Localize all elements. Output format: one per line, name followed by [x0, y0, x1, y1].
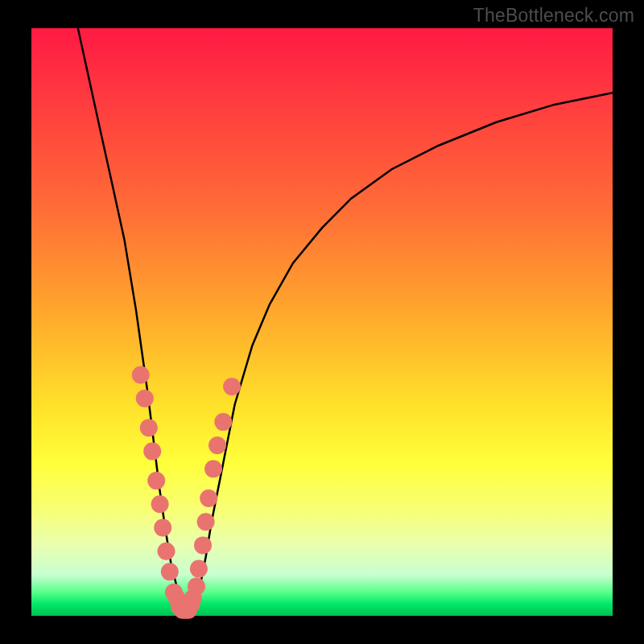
- curve-layer: [31, 28, 613, 616]
- series-left-branch: [78, 28, 188, 616]
- marker-dot: [214, 413, 232, 431]
- marker-dot: [183, 595, 200, 613]
- marker-dot: [161, 563, 179, 580]
- marker-dots: [132, 366, 241, 619]
- marker-dot: [136, 390, 154, 407]
- marker-dot: [200, 489, 217, 507]
- marker-dot: [197, 513, 215, 530]
- series-right-branch: [188, 93, 613, 616]
- watermark-text: TheBottleneck.com: [473, 5, 634, 27]
- plot-area: [31, 28, 613, 616]
- marker-dot: [147, 472, 165, 489]
- marker-dot: [190, 560, 208, 578]
- chart-frame: TheBottleneck.com: [0, 0, 644, 644]
- marker-dot: [208, 436, 226, 454]
- marker-dot: [223, 378, 241, 395]
- marker-dot: [151, 495, 169, 513]
- marker-dot: [154, 519, 171, 537]
- marker-dot: [143, 443, 161, 460]
- marker-dot: [204, 460, 222, 478]
- marker-dot: [140, 419, 158, 436]
- marker-dot: [188, 578, 205, 596]
- marker-dot: [132, 366, 150, 384]
- marker-dot: [194, 536, 212, 554]
- marker-dot: [158, 543, 175, 560]
